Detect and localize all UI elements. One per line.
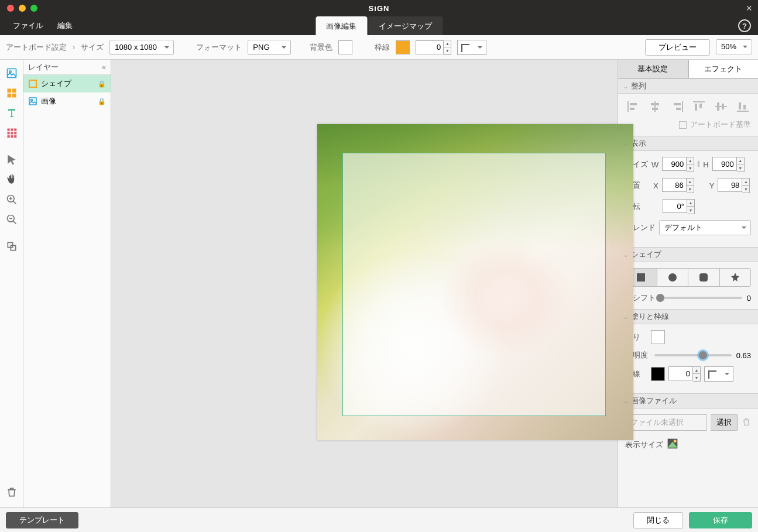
zoom-out-tool-icon[interactable] (4, 211, 20, 228)
align-center-h-icon[interactable] (647, 99, 663, 114)
section-align[interactable]: 整列 (618, 78, 758, 94)
align-right-icon[interactable] (669, 99, 685, 114)
x-input[interactable]: ▲▼ (662, 178, 694, 193)
svg-rect-32 (695, 104, 697, 111)
preview-button[interactable]: プレビュー (645, 39, 710, 56)
window-controls (0, 5, 37, 12)
height-input[interactable]: ▲▼ (712, 157, 745, 172)
frame-shift-slider[interactable] (660, 297, 742, 299)
shape-roundrect-icon[interactable] (688, 269, 720, 286)
tab-effect[interactable]: エフェクト (688, 60, 759, 78)
options-bar: アートボード設定 › サイズ 1080 x 1080 フォーマット PNG 背景… (0, 35, 758, 60)
section-image-file[interactable]: 画像ファイル (618, 393, 758, 409)
trash-tool-icon[interactable] (4, 484, 20, 500)
layer-row-shape[interactable]: シェイプ 🔒 (23, 75, 111, 92)
width-input[interactable]: ▲▼ (662, 157, 694, 172)
section-display[interactable]: 表示 (618, 136, 758, 151)
template-button[interactable]: テンプレート (6, 512, 78, 528)
opacity-slider[interactable] (654, 354, 732, 356)
opacity-value: 0.63 (736, 351, 751, 360)
svg-rect-27 (652, 108, 658, 110)
svg-rect-24 (630, 108, 634, 110)
layer-row-image[interactable]: 画像 🔒 (23, 92, 111, 110)
svg-rect-13 (11, 135, 13, 138)
tool-column (0, 60, 23, 507)
section-fill[interactable]: 塗りと枠線 (618, 309, 758, 324)
fill-color-swatch[interactable] (651, 330, 665, 344)
align-bottom-icon[interactable] (735, 99, 751, 114)
border-width-input[interactable] (416, 40, 444, 54)
close-icon[interactable]: × (746, 2, 752, 15)
layers-header: レイヤー « (23, 60, 111, 75)
size-label: サイズ (81, 42, 104, 53)
minimize-window-button[interactable] (19, 5, 26, 12)
shapes-tool-icon[interactable] (4, 85, 20, 101)
y-input[interactable]: ▲▼ (718, 178, 750, 193)
border-fill-width[interactable]: ▲▼ (668, 366, 701, 382)
menu-edit[interactable]: 編集 (50, 20, 80, 31)
shape-star-icon[interactable] (720, 269, 751, 286)
tab-basic[interactable]: 基本設定 (618, 60, 688, 78)
border-width-field[interactable]: ▲▼ (416, 40, 451, 55)
file-input[interactable]: ファイル未選択 (625, 414, 707, 431)
close-window-button[interactable] (7, 5, 14, 12)
tab-image-edit[interactable]: 画像編集 (315, 16, 367, 35)
align-left-icon[interactable] (625, 99, 642, 114)
artboard-basis-checkbox[interactable] (679, 121, 687, 129)
svg-rect-0 (7, 69, 16, 78)
rotation-input[interactable]: ▲▼ (663, 199, 695, 214)
format-select[interactable]: PNG (248, 40, 291, 55)
border-width-spinner[interactable]: ▲▼ (444, 40, 451, 55)
link-icon[interactable]: 𝄃 (698, 160, 699, 169)
bg-color-swatch[interactable] (338, 40, 352, 54)
file-select-button[interactable]: 選択 (711, 414, 738, 431)
close-button[interactable]: 閉じる (633, 512, 683, 528)
svg-rect-37 (737, 111, 749, 112)
layer-label: 画像 (41, 96, 56, 107)
border-style-select[interactable] (457, 40, 486, 55)
save-button[interactable]: 保存 (689, 512, 752, 528)
lock-icon[interactable]: 🔒 (98, 80, 106, 88)
hand-tool-icon[interactable] (4, 171, 20, 188)
selected-shape[interactable] (342, 153, 606, 416)
border-color-swatch[interactable] (396, 40, 410, 54)
svg-rect-26 (651, 103, 659, 105)
size-select[interactable]: 1080 x 1080 (109, 40, 174, 55)
footer: テンプレート 閉じる 保存 (0, 507, 758, 532)
zoom-select[interactable]: 50% (716, 39, 752, 54)
maximize-window-button[interactable] (30, 5, 37, 12)
file-clear-icon[interactable] (742, 417, 751, 428)
display-size-icon[interactable] (667, 438, 678, 451)
text-tool-icon[interactable] (4, 105, 20, 121)
artboard-basis-label: アートボード基準 (690, 119, 751, 130)
shape-layer-icon (28, 79, 37, 88)
lock-icon[interactable]: 🔒 (98, 98, 106, 105)
svg-point-41 (668, 273, 677, 282)
shape-circle-icon[interactable] (657, 269, 689, 286)
blend-select[interactable]: デフォルト (659, 220, 751, 235)
svg-rect-33 (699, 104, 702, 108)
tab-image-map[interactable]: イメージマップ (368, 16, 443, 35)
section-shape[interactable]: シェイプ (618, 247, 758, 262)
titlebar: SiGN × (0, 0, 758, 16)
zoom-in-tool-icon[interactable] (4, 191, 20, 208)
menu-file[interactable]: ファイル (6, 20, 50, 31)
svg-rect-10 (11, 132, 13, 134)
align-center-v-icon[interactable] (713, 99, 729, 114)
align-top-icon[interactable] (691, 99, 707, 114)
grid-tool-icon[interactable] (4, 125, 20, 141)
svg-rect-5 (12, 94, 16, 98)
border-fill-style-select[interactable] (704, 366, 733, 382)
svg-rect-12 (7, 135, 9, 138)
help-icon[interactable]: ? (738, 19, 751, 32)
collapse-layers-icon[interactable]: « (102, 63, 106, 71)
artboard[interactable] (317, 124, 633, 440)
border-fill-swatch[interactable] (651, 367, 665, 381)
canvas[interactable] (111, 60, 618, 507)
copy-tool-icon[interactable] (4, 238, 20, 255)
select-tool-icon[interactable] (4, 152, 20, 168)
image-tool-icon[interactable] (4, 65, 20, 81)
svg-rect-29 (674, 103, 681, 105)
svg-rect-30 (676, 108, 681, 110)
artboard-settings-label[interactable]: アートボード設定 (6, 42, 67, 53)
